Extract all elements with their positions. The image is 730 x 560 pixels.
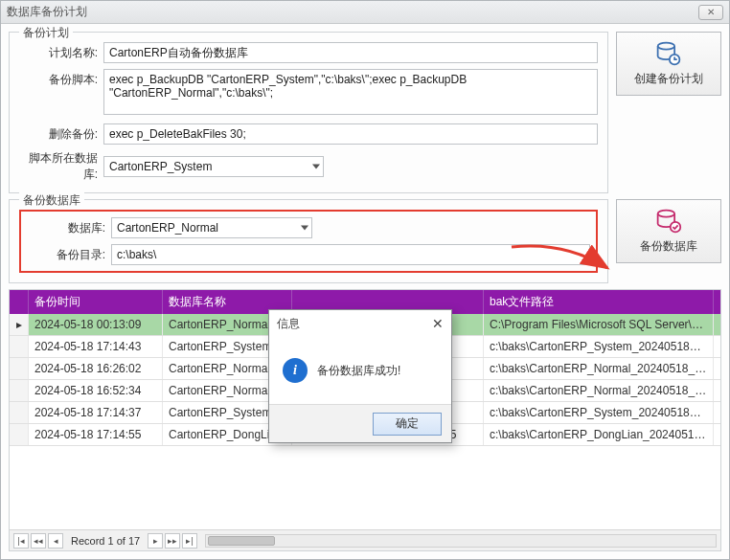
cell-time: 2024-05-18 16:26:02 [29, 358, 163, 379]
row-marker [10, 336, 29, 357]
database-backup-icon [655, 208, 682, 235]
nav-next-page-button[interactable]: ▸▸ [165, 533, 180, 549]
grid-navigator: |◂ ◂◂ ◂ Record 1 of 17 ▸ ▸▸ ▸| [10, 529, 720, 550]
cell-time: 2024-05-18 00:13:09 [29, 314, 163, 335]
nav-last-button[interactable]: ▸| [182, 533, 197, 549]
group-backup-plan-legend: 备份计划 [19, 25, 73, 41]
grid-hscrollbar[interactable] [205, 534, 717, 548]
content-area: 备份计划 计划名称: 备份脚本: 删除备份: 脚本所在数据库: [1, 24, 729, 559]
modal-ok-button[interactable]: 确定 [373, 413, 442, 436]
modal-close-icon[interactable]: ✕ [432, 316, 444, 331]
info-icon: i [283, 358, 308, 383]
backup-database-label: 备份数据库 [640, 238, 697, 255]
grid-header-marker [10, 290, 29, 314]
modal-footer: 确定 [269, 404, 451, 442]
nav-record-text: Record 1 of 17 [71, 535, 140, 547]
backup-database-button[interactable]: 备份数据库 [616, 199, 721, 263]
right-button-panel-top: 创建备份计划 [616, 32, 721, 193]
svg-point-0 [658, 43, 675, 50]
grid-header-time[interactable]: 备份时间 [29, 290, 163, 314]
highlight-box: 数据库: 备份目录: [19, 210, 598, 273]
group2-section: 备份数据库 数据库: 备份目录: [9, 199, 721, 283]
modal-titlebar: 信息 ✕ [269, 310, 451, 337]
right-button-panel-bottom: 备份数据库 [616, 199, 721, 283]
titlebar: 数据库备份计划 ✕ [1, 1, 729, 24]
modal-body: i 备份数据库成功! [269, 337, 451, 404]
combo-db[interactable] [111, 217, 312, 238]
nav-next-button[interactable]: ▸ [148, 533, 163, 549]
cell-bakpath: c:\baks\CartonERP_System_20240518_17 [484, 402, 714, 423]
window-close-button[interactable]: ✕ [698, 5, 723, 20]
svg-point-2 [658, 211, 675, 217]
backup-plan-window: 数据库备份计划 ✕ 备份计划 计划名称: 备份脚本: 删除备份: [0, 0, 730, 560]
group-backup-db-legend: 备份数据库 [19, 192, 84, 209]
cell-time: 2024-05-18 16:52:34 [29, 380, 163, 401]
label-backup-dir: 备份目录: [27, 247, 111, 263]
cell-bakpath: c:\baks\CartonERP_Normal_20240518_16 [484, 380, 714, 401]
nav-prev-button[interactable]: ◂ [48, 533, 63, 549]
cell-time: 2024-05-18 17:14:37 [29, 402, 163, 423]
grid-header-bakpath[interactable]: bak文件路径 [484, 290, 714, 314]
row-marker [10, 358, 29, 379]
cell-bakpath: c:\baks\CartonERP_DongLian_20240518_1 [484, 424, 714, 445]
input-backup-script[interactable] [103, 69, 598, 115]
group-backup-db: 备份数据库 数据库: 备份目录: [9, 199, 608, 283]
modal-message: 备份数据库成功! [317, 363, 400, 379]
label-delete-bak: 删除备份: [19, 126, 103, 143]
input-plan-name[interactable] [103, 42, 598, 63]
group-backup-plan: 备份计划 计划名称: 备份脚本: 删除备份: 脚本所在数据库: [9, 32, 608, 193]
row-marker: ▸ [10, 314, 29, 335]
top-left: 备份计划 计划名称: 备份脚本: 删除备份: 脚本所在数据库: [9, 32, 608, 193]
label-script: 备份脚本: [19, 69, 103, 88]
input-backup-dir[interactable] [111, 244, 590, 265]
create-backup-plan-button[interactable]: 创建备份计划 [616, 32, 721, 96]
row-marker [10, 424, 29, 445]
cell-bakpath: c:\baks\CartonERP_Normal_20240518_16 [484, 358, 714, 379]
top-section: 备份计划 计划名称: 备份脚本: 删除备份: 脚本所在数据库: [9, 32, 721, 193]
cell-time: 2024-05-18 17:14:43 [29, 336, 163, 357]
input-delete-bak[interactable] [103, 123, 598, 145]
info-modal: 信息 ✕ i 备份数据库成功! 确定 [268, 309, 452, 443]
window-title: 数据库备份计划 [7, 4, 698, 20]
combo-script-db[interactable] [103, 156, 324, 177]
label-db: 数据库: [27, 220, 111, 236]
database-plan-icon [655, 40, 682, 67]
create-backup-plan-label: 创建备份计划 [634, 71, 703, 87]
label-plan-name: 计划名称: [19, 45, 103, 61]
nav-first-button[interactable]: |◂ [13, 533, 29, 549]
label-script-db: 脚本所在数据库: [19, 150, 103, 183]
cell-bakpath: C:\Program Files\Microsoft SQL Server\MS… [484, 314, 714, 335]
cell-bakpath: c:\baks\CartonERP_System_20240518_17 [484, 336, 714, 357]
grid-hscroll-thumb[interactable] [208, 536, 275, 546]
nav-prev-page-button[interactable]: ◂◂ [31, 533, 46, 549]
row-marker [10, 380, 29, 401]
cell-time: 2024-05-18 17:14:55 [29, 424, 163, 445]
row-marker [10, 402, 29, 423]
modal-title: 信息 [277, 316, 432, 332]
